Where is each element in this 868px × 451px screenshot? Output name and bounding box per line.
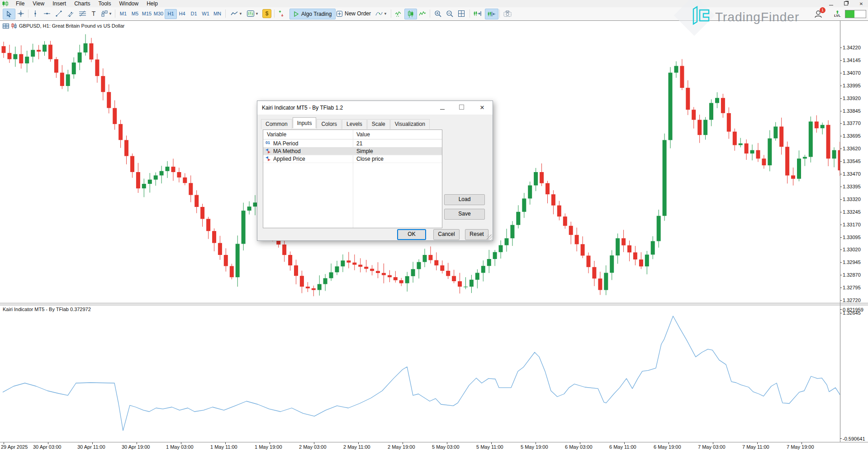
crosshair-tool-button[interactable] — [15, 9, 26, 19]
profile-button[interactable]: 1 — [814, 9, 827, 19]
price-axis[interactable]: 1.342201.341451.340701.339951.339201.338… — [840, 21, 868, 442]
vertical-line-tool-button[interactable] — [30, 9, 41, 19]
kairi-indicator-chart[interactable] — [0, 305, 840, 442]
candle — [148, 180, 152, 184]
menu-help[interactable]: Help — [142, 0, 162, 7]
line-chart-type-button[interactable]: ▼ — [229, 9, 244, 19]
fibonacci-tool-button[interactable] — [77, 9, 88, 19]
price-axis-label: 1.34220 — [843, 45, 861, 50]
line-chart-mode-button[interactable] — [417, 9, 428, 19]
candle — [686, 88, 690, 110]
pane-splitter[interactable] — [0, 305, 868, 305]
timeframe-m1[interactable]: M1 — [118, 9, 129, 18]
inputs-table[interactable]: Variable Value 01MA Period21MA MethodSim… — [263, 130, 442, 228]
timeframe-m5[interactable]: M5 — [129, 9, 141, 18]
auto-scroll-icon — [474, 10, 482, 17]
cursor-tool-button[interactable] — [3, 9, 15, 19]
timeframe-h1[interactable]: H1 — [165, 9, 177, 19]
timeframe-d1[interactable]: D1 — [188, 9, 199, 18]
tick-chart-mode-button[interactable] — [393, 9, 403, 19]
enum-input-icon — [266, 156, 272, 161]
timeframe-w1[interactable]: W1 — [200, 9, 211, 18]
time-axis-label: 2 May 19:00 — [388, 444, 415, 450]
save-button[interactable]: Save — [444, 209, 485, 220]
cancel-button[interactable]: Cancel — [433, 229, 460, 240]
chart-template-button[interactable]: ▼ — [245, 9, 261, 19]
variable-value[interactable]: 21 — [356, 140, 362, 147]
variable-value[interactable]: Close price — [356, 156, 384, 162]
line-chart-icon — [231, 11, 238, 16]
price-axis-label: 1.32795 — [843, 285, 861, 290]
tab-visualization[interactable]: Visualization — [390, 119, 430, 129]
zoom-out-button[interactable] — [444, 9, 455, 19]
tab-common[interactable]: Common — [261, 119, 292, 129]
chevron-down-icon: ▼ — [255, 12, 259, 16]
channel-tool-button[interactable] — [65, 9, 76, 19]
auto-scroll-button[interactable] — [471, 9, 484, 19]
load-button[interactable]: Load — [444, 194, 485, 205]
candle — [581, 244, 585, 255]
table-row[interactable]: MA MethodSimple — [263, 147, 442, 155]
timeframe-h4[interactable]: H4 — [176, 9, 188, 18]
candle — [282, 245, 286, 255]
notification-badge: 1 — [820, 7, 825, 13]
tab-colors[interactable]: Colors — [317, 119, 342, 129]
time-axis[interactable]: 29 Apr 202530 Apr 03:0030 Apr 11:0030 Ap… — [0, 442, 868, 451]
dialog-minimize-button[interactable] — [433, 101, 452, 115]
reset-button[interactable]: Reset — [465, 229, 489, 240]
candle — [346, 260, 351, 263]
tab-inputs[interactable]: Inputs — [293, 117, 317, 128]
symbols-button[interactable]: $ — [261, 9, 272, 19]
candle — [697, 120, 702, 135]
candle — [160, 171, 164, 176]
resize-grip[interactable] — [487, 235, 492, 240]
dialog-close-button[interactable]: ✕ — [473, 101, 492, 115]
menu-insert[interactable]: Insert — [48, 0, 70, 7]
algo-trading-button[interactable]: Algo Trading — [289, 9, 336, 19]
candle — [715, 98, 719, 103]
time-axis-label: 30 Apr 03:00 — [33, 444, 61, 450]
pane-splitter[interactable] — [0, 303, 868, 303]
tile-windows-button[interactable] — [456, 9, 467, 19]
timeframe-mn[interactable]: MN — [212, 9, 223, 18]
shapes-tool-button[interactable]: ▼ — [100, 9, 114, 19]
window-close-button[interactable]: ✕ — [856, 1, 866, 7]
window-minimize-button[interactable] — [826, 1, 836, 7]
menu-tools[interactable]: Tools — [95, 0, 115, 7]
dialog-titlebar[interactable]: Kairi Indicator MT5 - By TFlab 1.2 ✕ — [257, 101, 493, 115]
tab-levels[interactable]: Levels — [342, 119, 367, 129]
tab-scale[interactable]: Scale — [367, 119, 390, 129]
screenshot-button[interactable] — [501, 9, 514, 19]
candle — [31, 50, 35, 57]
candle — [610, 255, 614, 273]
zoom-in-button[interactable] — [432, 9, 443, 19]
menu-items: FileViewInsertChartsToolsWindowHelp — [12, 0, 162, 7]
chart-shift-button[interactable] — [485, 9, 498, 19]
ok-button[interactable]: OK — [397, 229, 426, 240]
menu-view[interactable]: View — [28, 0, 48, 7]
candle — [768, 139, 772, 166]
text-tool-button[interactable]: T — [89, 9, 99, 19]
window-restore-button[interactable] — [841, 1, 851, 7]
dialog-maximize-button[interactable] — [452, 101, 471, 115]
price-axis-border — [840, 21, 840, 442]
variable-value[interactable]: Simple — [356, 148, 373, 154]
indicators-button[interactable]: ▼ — [374, 9, 389, 19]
depth-of-market-button[interactable] — [276, 9, 287, 19]
candle — [598, 278, 602, 290]
menu-charts[interactable]: Charts — [70, 0, 94, 7]
table-row[interactable]: 01MA Period21 — [263, 139, 442, 148]
candle — [84, 43, 88, 53]
timeframe-m30[interactable]: M30 — [153, 9, 164, 18]
new-order-button[interactable]: New Order — [334, 9, 374, 19]
menu-window[interactable]: Window — [115, 0, 143, 7]
timeframe-m15[interactable]: M15 — [141, 9, 152, 18]
horizontal-line-tool-button[interactable] — [42, 9, 52, 19]
trendline-tool-button[interactable] — [53, 9, 64, 19]
candle — [358, 265, 362, 267]
candle — [218, 243, 222, 255]
table-row[interactable]: Applied PriceClose price — [263, 155, 442, 163]
candle-chart-mode-button[interactable] — [404, 9, 417, 19]
candle — [739, 144, 743, 145]
menu-file[interactable]: File — [12, 0, 28, 7]
